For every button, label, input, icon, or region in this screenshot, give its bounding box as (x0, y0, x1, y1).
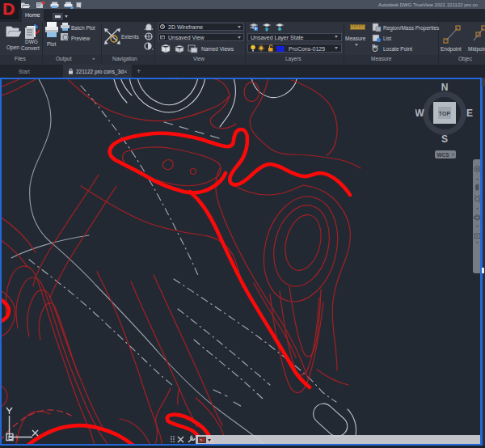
svg-text:S: S (441, 133, 448, 145)
svg-text:E: E (466, 108, 473, 119)
svg-text:W: W (415, 108, 424, 119)
svg-text:WCS: WCS (436, 152, 449, 158)
svg-text:TOP: TOP (439, 111, 451, 116)
svg-text:N: N (441, 82, 449, 93)
